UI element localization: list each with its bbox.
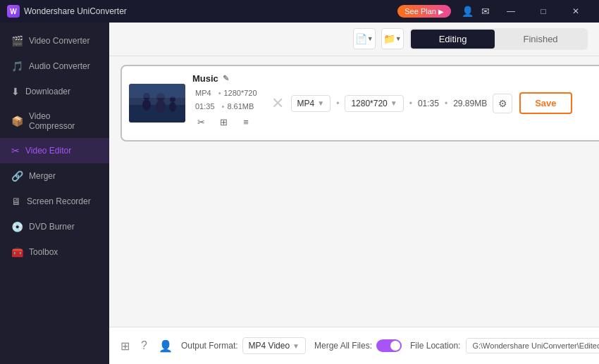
file-location: File Location: G:\Wondershare UniConvert… <box>410 338 599 353</box>
output-settings: MP4 ▼ • 1280*720 ▼ • 01:35 • 29.89MB ⚙ <box>291 94 513 113</box>
svg-point-6 <box>169 102 176 112</box>
sidebar-item-label: Video Editor <box>25 146 71 156</box>
chevron-down-icon2: ▼ <box>390 99 397 107</box>
file-location-label: File Location: <box>410 341 460 351</box>
bottom-left: ⊞ ? 👤 Output Format: MP4 Video ▼ Merge A… <box>121 337 599 354</box>
sidebar-item-video-compressor[interactable]: 📦 Video Compressor <box>0 104 109 138</box>
output-duration: 01:35 <box>418 99 439 108</box>
output-format-label: Output Format: <box>181 341 238 351</box>
sidebar-item-label: Downloader <box>25 87 70 96</box>
sidebar-item-dvd-burner[interactable]: 💿 DVD Burner <box>0 214 109 239</box>
file-format: MP4 <box>192 87 211 99</box>
save-button[interactable]: Save <box>519 92 572 114</box>
sidebar-item-label: Screen Recorder <box>27 196 91 206</box>
bottom-icons: ⊞ ? 👤 <box>121 339 173 353</box>
person-bottom-icon[interactable]: 👤 <box>159 339 173 353</box>
minimize-button[interactable]: — <box>495 0 527 23</box>
file-path-dropdown[interactable]: G:\Wondershare UniConverter\Edited ▼ <box>466 338 599 353</box>
add-file-icon: 📄 <box>355 33 367 44</box>
output-size: 29.89MB <box>453 99 487 108</box>
crop-tool-button[interactable]: ⊞ <box>215 113 232 130</box>
close-button[interactable]: ✕ <box>560 0 592 23</box>
sidebar-item-merger[interactable]: 🔗 Merger <box>0 163 109 189</box>
sidebar-item-label: Merger <box>29 171 56 181</box>
output-format-dropdown[interactable]: MP4 Video ▼ <box>242 337 306 354</box>
sidebar-item-toolbox[interactable]: 🧰 Toolbox <box>0 239 109 265</box>
list-tool-button[interactable]: ≡ <box>237 113 254 130</box>
sidebar-item-label: Audio Converter <box>29 61 90 71</box>
file-resolution: 1280*720 <box>218 87 257 99</box>
file-list-area: Music ✎ MP4 1280*720 01:35 8.61MB <box>109 56 599 327</box>
app-logo: W <box>7 5 20 18</box>
file-card: Music ✎ MP4 1280*720 01:35 8.61MB <box>121 65 599 142</box>
chevron-down-icon: ▼ <box>317 99 324 107</box>
video-editor-icon: ✂ <box>11 145 20 156</box>
sidebar-item-label: Video Converter <box>29 36 90 46</box>
cut-tool-button[interactable]: ✂ <box>192 113 209 130</box>
dropdown-arrow: ▼ <box>367 35 373 42</box>
grid-view-icon[interactable]: ⊞ <box>121 339 130 353</box>
file-thumbnail <box>129 84 185 123</box>
screen-recorder-icon: 🖥 <box>11 196 21 207</box>
svg-point-2 <box>142 99 151 111</box>
sidebar-item-screen-recorder[interactable]: 🖥 Screen Recorder <box>0 189 109 214</box>
app-title: Wondershare UniConverter <box>24 6 127 16</box>
sidebar-item-video-converter[interactable]: 🎬 Video Converter <box>0 28 109 54</box>
add-file-button[interactable]: 📄 ▼ <box>353 28 376 49</box>
main-layout: 🎬 Video Converter 🎵 Audio Converter ⬇ Do… <box>0 23 599 364</box>
file-info: Music ✎ MP4 1280*720 01:35 8.61MB <box>192 73 264 133</box>
bottom-bar: ⊞ ? 👤 Output Format: MP4 Video ▼ Merge A… <box>109 327 599 364</box>
video-converter-icon: 🎬 <box>11 35 23 46</box>
tab-editing[interactable]: Editing <box>411 30 495 49</box>
file-duration: 01:35 <box>192 102 215 111</box>
mail-icon[interactable]: ✉ <box>478 4 493 18</box>
dvd-burner-icon: 💿 <box>11 221 23 232</box>
dropdown-arrow2: ▼ <box>395 35 402 42</box>
content-area: 📄 ▼ 📁 ▼ Editing Finished <box>109 23 599 364</box>
audio-converter-icon: 🎵 <box>11 61 23 72</box>
file-rename-icon[interactable]: ✎ <box>223 74 229 83</box>
downloader-icon: ⬇ <box>11 86 20 97</box>
svg-point-4 <box>156 100 166 113</box>
file-name: Music ✎ <box>192 73 264 84</box>
help-bottom-icon[interactable]: ? <box>141 339 147 352</box>
file-meta2: 01:35 8.61MB <box>192 102 264 111</box>
output-resolution-select[interactable]: 1280*720 ▼ <box>345 95 403 112</box>
sidebar-item-downloader[interactable]: ⬇ Downloader <box>0 79 109 104</box>
output-format-select[interactable]: MP4 ▼ <box>291 95 331 112</box>
file-meta: MP4 1280*720 <box>192 87 264 99</box>
sidebar-item-audio-converter[interactable]: 🎵 Audio Converter <box>0 54 109 79</box>
tabs-bar: 📄 ▼ 📁 ▼ Editing Finished <box>109 23 599 56</box>
sidebar: 🎬 Video Converter 🎵 Audio Converter ⬇ Do… <box>0 23 109 364</box>
tab-finished[interactable]: Finished <box>495 30 586 49</box>
sidebar-item-label: Toolbox <box>29 247 58 257</box>
merge-toggle[interactable] <box>376 339 402 352</box>
video-compressor-icon: 📦 <box>11 115 23 127</box>
user-icon[interactable]: 👤 <box>460 4 474 18</box>
toolbox-icon: 🧰 <box>11 246 23 258</box>
chevron-format-icon: ▼ <box>292 342 300 350</box>
settings-gear-button[interactable]: ⚙ <box>493 94 512 113</box>
edit-tools: ✂ ⊞ ≡ <box>192 111 264 133</box>
sidebar-item-video-editor[interactable]: ✂ Video Editor <box>0 138 109 163</box>
merger-icon: 🔗 <box>11 170 23 182</box>
titlebar: W Wondershare UniConverter See Plan ▶ 👤 … <box>0 0 599 23</box>
see-plan-button[interactable]: See Plan ▶ <box>397 5 451 18</box>
add-folder-button[interactable]: 📁 ▼ <box>381 28 404 49</box>
sidebar-item-label: DVD Burner <box>29 222 75 232</box>
file-size: 8.61MB <box>222 102 254 111</box>
sidebar-item-label: Video Compressor <box>29 111 98 131</box>
arrow-divider: ✕ <box>271 94 284 113</box>
add-folder-icon: 📁 <box>383 33 395 44</box>
maximize-button[interactable]: □ <box>527 0 560 23</box>
merge-label: Merge All Files: <box>314 341 372 351</box>
svg-rect-8 <box>129 84 185 98</box>
